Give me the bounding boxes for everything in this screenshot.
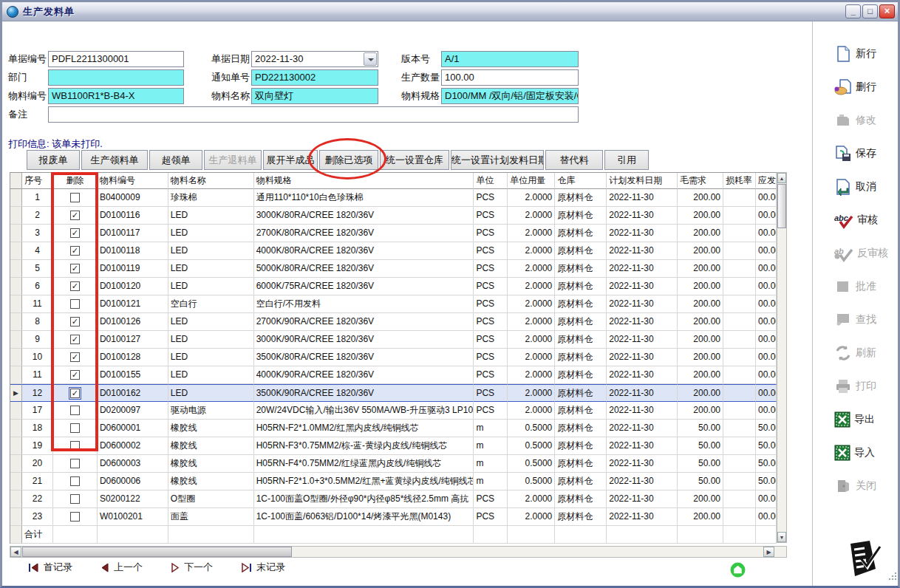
delete-checkbox-cell[interactable] [53,295,98,313]
delete-checkbox-cell[interactable] [53,402,98,420]
delete-checkbox-cell[interactable]: ✓ [53,278,98,295]
column-header-0[interactable]: 序号 [22,173,53,189]
sidebar-button-0[interactable]: 新行 [834,43,876,65]
delete-checkbox-cell[interactable]: ✓ [53,207,98,225]
toolbar-button-0[interactable]: 报废单 [27,150,80,170]
row-header[interactable] [10,490,22,508]
row-header[interactable] [10,402,22,420]
row-header[interactable] [10,508,22,526]
row-header[interactable] [10,349,22,366]
delete-checkbox-cell[interactable] [53,508,98,526]
toolbar-button-1[interactable]: 生产领料单 [81,150,148,170]
table-row[interactable]: 21D0600006橡胶线H05RN-F2*1.0+3*0.5MM2/红黑+蓝黄… [10,473,777,490]
table-row[interactable]: 6✓D0100120LED6000K/75RA/CREE 1820/36VPCS… [10,278,777,295]
delete-checkbox-cell[interactable]: ✓ [53,349,98,366]
scroll-right-icon[interactable]: ▶ [763,547,774,557]
delete-checkbox[interactable] [70,406,80,415]
table-row[interactable]: 5✓D0100119LED5000K/80RA/CREE 1820/36VPCS… [10,260,777,278]
column-header-5[interactable]: 单位 [474,173,508,189]
delete-checkbox[interactable] [70,441,80,451]
current-row-marker-icon[interactable]: ▶ [10,384,22,402]
version-field[interactable]: A/1 [441,51,579,67]
table-row[interactable]: 20D0600003橡胶线H05RN-F4*0.75MM2/红绿蓝黑内皮线/纯铜… [10,455,777,473]
row-header[interactable] [10,313,22,331]
notice-no-field[interactable]: PD221130002 [251,69,378,86]
delete-checkbox[interactable]: ✓ [70,335,80,344]
row-header[interactable] [10,473,22,490]
table-row[interactable]: 2✓D0100116LED3000K/80RA/CREE 1820/36VPCS… [10,207,777,225]
item-spec-field[interactable]: D100/MM /双向/铝/固定板安装/C [441,88,579,104]
scroll-up-icon[interactable]: ▲ [777,173,786,183]
delete-checkbox-cell[interactable]: ✓ [53,260,98,278]
table-row[interactable]: 8✓D0100126LED2700K/90RA/CREE 1820/36VPCS… [10,313,777,331]
scroll-down-icon[interactable]: ▼ [777,532,786,542]
next-button[interactable]: 下一个 [171,561,213,574]
toolbar-button-4[interactable]: 展开半成品 [263,150,318,170]
delete-checkbox-cell[interactable]: ✓ [53,331,98,349]
column-header-7[interactable]: 仓库 [555,173,607,189]
delete-checkbox-cell[interactable] [53,473,98,490]
table-row[interactable]: 9✓D0100127LED3000K/90RA/CREE 1820/36VPCS… [10,331,777,349]
column-header-8[interactable]: 计划发料日期 [607,173,678,189]
delete-checkbox[interactable]: ✓ [70,228,80,238]
minimize-button[interactable]: _ [845,4,861,18]
sidebar-button-1[interactable]: 删行 [834,76,876,98]
column-header-6[interactable]: 单位用量 [508,173,555,189]
delete-checkbox[interactable] [70,494,80,504]
resize-grip[interactable] [887,572,896,581]
row-header[interactable] [10,189,22,207]
row-header[interactable] [10,455,22,473]
close-button[interactable]: × [879,4,895,18]
grid-vertical-scrollbar[interactable]: ▲ ▼ [777,172,787,543]
delete-checkbox[interactable] [70,423,80,433]
toolbar-button-2[interactable]: 超领单 [149,150,202,170]
delete-checkbox[interactable] [70,193,80,202]
delete-checkbox[interactable] [70,299,80,309]
toolbar-button-5[interactable]: 删除已选项 [319,150,378,170]
table-row[interactable]: 18D0600001橡胶线H05RN-F2*1.0MM2/红黑内皮线/纯铜线芯m… [10,420,777,437]
table-row[interactable]: 11D0100121空白行空白行/不用发料PCS2.0000原材料仓2022-1… [10,295,777,313]
sidebar-button-5[interactable]: abc审核 [834,209,878,231]
delete-checkbox[interactable]: ✓ [70,281,80,291]
column-header-11[interactable]: 应发量 [756,173,777,189]
toolbar-button-7[interactable]: 统一设置计划发料日期 [451,150,544,170]
column-header-4[interactable]: 物料规格 [254,173,474,189]
delete-checkbox[interactable]: ✓ [70,317,80,327]
table-row[interactable]: 1B0400009珍珠棉通用110*110*10白色珍珠棉PCS2.0000原材… [10,189,777,207]
delete-checkbox-cell[interactable]: ✓ [53,384,98,402]
prod-qty-field[interactable]: 100.00 [441,69,579,86]
column-header-1[interactable]: 删除 [53,173,98,189]
delete-checkbox[interactable]: ✓ [70,264,80,273]
delete-checkbox[interactable]: ✓ [70,246,80,256]
table-row[interactable]: 10✓D0100128LED3500K/80RA/CREE 1820/36VPC… [10,349,777,366]
table-row[interactable]: 19D0600002橡胶线H05RN-F3*0.75MM2/棕-蓝-黄绿内皮线/… [10,437,777,455]
delete-checkbox-cell[interactable]: ✓ [53,225,98,242]
delete-checkbox-cell[interactable] [53,189,98,207]
toolbar-button-9[interactable]: 引用 [604,150,649,170]
doc-no-field[interactable]: PDFL2211300001 [48,51,184,67]
sidebar-button-12[interactable]: 导入 [834,442,875,464]
last-record-button[interactable]: 末记录 [241,561,285,574]
vertical-scroll-thumb[interactable] [777,184,786,228]
previous-button[interactable]: 上一个 [100,561,143,574]
delete-checkbox[interactable] [70,459,80,468]
sidebar-button-4[interactable]: 取消 [834,176,876,198]
toolbar-button-8[interactable]: 替代料 [545,150,603,170]
column-header-3[interactable]: 物料名称 [168,173,254,189]
row-header[interactable] [10,331,22,349]
delete-checkbox[interactable]: ✓ [70,389,80,398]
delete-checkbox[interactable]: ✓ [70,211,80,220]
delete-checkbox[interactable] [70,476,80,486]
table-row[interactable]: ▶12✓D0100162LED3500K/90RA/CREE 1820/36VP… [10,384,777,402]
doc-date-field[interactable]: 2022-11-30 [251,51,378,67]
delete-checkbox-cell[interactable]: ✓ [53,242,98,260]
table-row[interactable]: 4✓D0100118LED4000K/80RA/CREE 1820/36VPCS… [10,242,777,260]
scroll-left-icon[interactable]: ◀ [10,547,21,557]
delete-checkbox-cell[interactable] [53,455,98,473]
row-header[interactable] [10,278,22,295]
row-header[interactable] [10,242,22,260]
sidebar-button-3[interactable]: 保存 [834,143,876,165]
delete-checkbox[interactable] [70,512,80,522]
row-header[interactable] [10,225,22,242]
row-header[interactable] [10,420,22,437]
